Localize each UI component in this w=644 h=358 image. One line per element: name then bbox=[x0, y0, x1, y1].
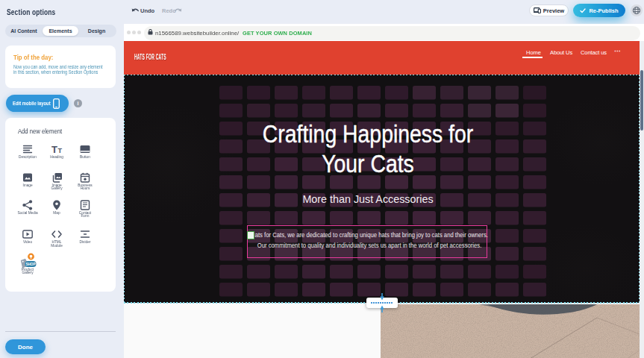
svg-text:SHOP: SHOP bbox=[25, 263, 35, 266]
svg-text:T: T bbox=[57, 146, 62, 154]
svg-text:T: T bbox=[51, 143, 57, 154]
